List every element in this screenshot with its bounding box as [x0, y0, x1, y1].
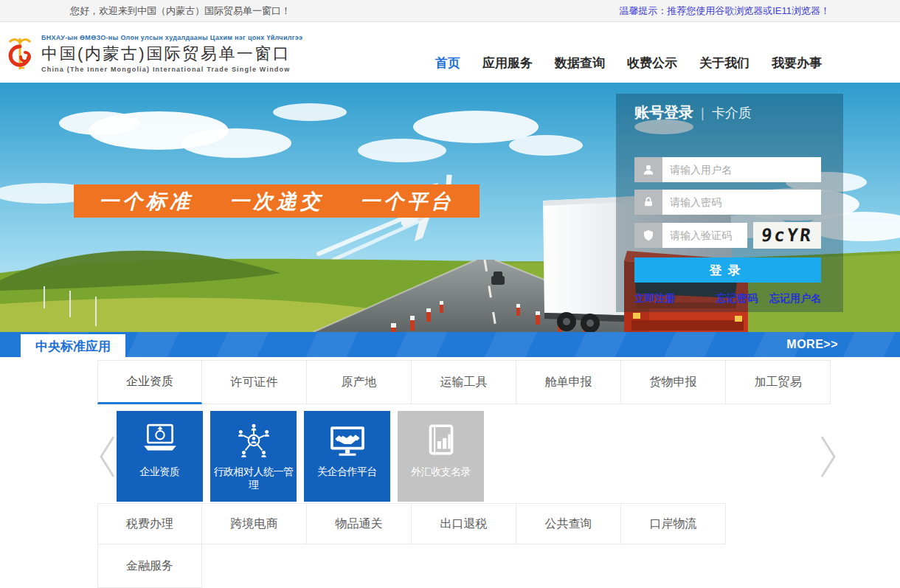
tab-public-query[interactable]: 公共查询 — [516, 503, 621, 544]
tab-account-login[interactable]: 账号登录 — [634, 103, 693, 122]
slogan-one-standard: 一个标准 — [99, 188, 193, 215]
logo-subtitle: China (The Inner Mongolia) International… — [41, 66, 302, 73]
app-category-tabs-row2: 税费办理 跨境电商 物品通关 出口退税 公共查询 口岸物流 — [97, 503, 726, 544]
password-row — [634, 190, 821, 215]
tab-tax-fee-handling[interactable]: 税费办理 — [97, 503, 202, 544]
card-label: 企业资质 — [139, 465, 181, 478]
captcha-input[interactable] — [662, 223, 747, 248]
site-logo: БНХАУ-ын ӨМӨЗО-ны Олон улсын худалдааны … — [4, 34, 302, 73]
section-tab-central-standard-apps[interactable]: 中央标准应用 — [21, 334, 125, 359]
logo-mongolian-text: БНХАУ-ын ӨМӨЗО-ны Олон улсын худалдааны … — [41, 34, 302, 41]
tab-origin[interactable]: 原产地 — [307, 360, 412, 404]
tab-export-tax-rebate[interactable]: 出口退税 — [412, 503, 516, 544]
top-notice-bar: 您好，欢迎来到中国（内蒙古）国际贸易单一窗口！ 温馨提示：推荐您使用谷歌浏览器或… — [0, 0, 900, 22]
nav-item-my-affairs[interactable]: 我要办事 — [772, 55, 822, 72]
app-category-tabs-row1: 企业资质 许可证件 原产地 运输工具 舱单申报 货物申报 加工贸易 — [97, 360, 831, 404]
card-enterprise-qualification[interactable]: 企业资质 — [117, 411, 203, 502]
nav-item-about-us[interactable]: 关于我们 — [699, 55, 750, 72]
card-label: 外汇收支名录 — [409, 465, 472, 478]
carousel-next-button[interactable] — [817, 434, 838, 480]
more-link[interactable]: MORE>> — [786, 332, 838, 357]
captcha-row: 9cYR — [634, 222, 821, 249]
username-row — [634, 157, 821, 182]
card-administrative-counterpart-management[interactable]: 行政相对人统一管理 — [210, 411, 297, 502]
tab-cargo-declaration[interactable]: 货物申报 — [621, 360, 726, 404]
carousel-prev-button[interactable] — [97, 434, 118, 480]
site-header: БНХАУ-ын ӨМӨЗО-ны Олон улсын худалдааны … — [0, 22, 900, 83]
nav-item-app-services[interactable]: 应用服务 — [482, 55, 533, 72]
nav-item-home[interactable]: 首页 — [435, 55, 460, 72]
captcha-image[interactable]: 9cYR — [753, 222, 821, 249]
tab-goods-clearance[interactable]: 物品通关 — [307, 503, 412, 544]
people-network-icon — [234, 421, 274, 463]
card-customs-enterprise-cooperation-platform[interactable]: 关企合作平台 — [304, 411, 390, 502]
card-label: 行政相对人统一管理 — [210, 465, 297, 491]
laptop-emblem-icon — [140, 421, 180, 463]
login-tabs: 账号登录 | 卡介质 — [634, 103, 843, 122]
card-label: 关企合作平台 — [316, 465, 378, 478]
slogan-one-platform: 一个平台 — [360, 188, 454, 215]
tab-processing-trade[interactable]: 加工贸易 — [726, 360, 831, 404]
tab-port-logistics[interactable]: 口岸物流 — [621, 503, 726, 544]
login-links: 立即注册 忘记密码 忘记用户名 — [634, 292, 821, 305]
shield-icon — [634, 223, 662, 248]
slogan-banner: 一个标准 一次递交 一个平台 — [74, 184, 480, 218]
register-link[interactable]: 立即注册 — [634, 292, 676, 305]
captcha-code: 9cYR — [761, 225, 814, 246]
tab-cross-border-ecommerce[interactable]: 跨境电商 — [202, 503, 307, 544]
nav-item-fee-publicity[interactable]: 收费公示 — [627, 55, 677, 72]
slogan-one-submission: 一次递交 — [229, 188, 324, 215]
username-input[interactable] — [662, 157, 821, 182]
browser-tip-text: 温馨提示：推荐您使用谷歌浏览器或IE11浏览器！ — [619, 4, 830, 18]
password-input[interactable] — [662, 190, 821, 215]
user-icon — [634, 157, 662, 182]
login-form: 9cYR 登录 立即注册 忘记密码 忘记用户名 — [634, 157, 821, 305]
tab-transport-vehicle[interactable]: 运输工具 — [412, 360, 516, 404]
login-tab-divider: | — [701, 106, 705, 121]
tab-manifest-declaration[interactable]: 舱单申报 — [516, 360, 621, 404]
welcome-text: 您好，欢迎来到中国（内蒙古）国际贸易单一窗口！ — [70, 4, 291, 18]
login-panel: 账号登录 | 卡介质 — [616, 94, 843, 312]
tab-license-certificates[interactable]: 许可证件 — [202, 360, 307, 404]
apps-section-band: 中央标准应用 MORE>> — [0, 332, 900, 357]
lock-icon — [634, 190, 662, 215]
logo-title: 中国(内蒙古)国际贸易单一窗口 — [41, 43, 302, 65]
forgot-username-link[interactable]: 忘记用户名 — [769, 292, 821, 305]
ledger-chart-icon — [421, 421, 461, 463]
monitor-handshake-icon — [328, 421, 367, 463]
tab-financial-services[interactable]: 金融服务 — [97, 544, 202, 588]
card-forex-receipts-directory[interactable]: 外汇收支名录 — [398, 411, 484, 502]
app-cards: 企业资质 — [117, 411, 484, 502]
nav-item-data-query[interactable]: 数据查询 — [555, 55, 605, 72]
login-button[interactable]: 登录 — [634, 257, 821, 283]
tab-card-login[interactable]: 卡介质 — [712, 104, 752, 122]
customs-emblem-icon — [4, 35, 35, 72]
main-nav: 首页 应用服务 数据查询 收费公示 关于我们 我要办事 — [435, 55, 822, 72]
tab-enterprise-qualification[interactable]: 企业资质 — [97, 360, 202, 404]
app-category-tabs-row3: 金融服务 — [97, 544, 202, 588]
forgot-password-link[interactable]: 忘记密码 — [716, 292, 758, 305]
page: 您好，欢迎来到中国（内蒙古）国际贸易单一窗口！ 温馨提示：推荐您使用谷歌浏览器或… — [0, 0, 900, 588]
hero-banner: 一个标准 一次递交 一个平台 账号登录 | 卡介质 — [0, 83, 900, 332]
